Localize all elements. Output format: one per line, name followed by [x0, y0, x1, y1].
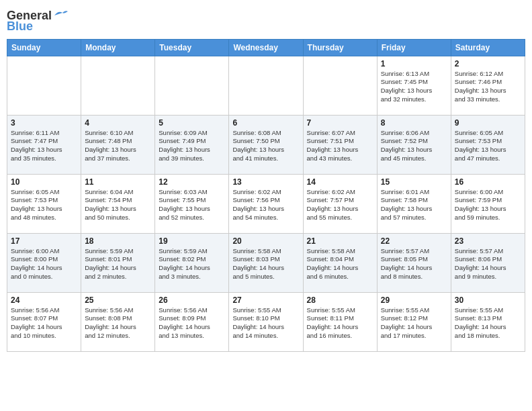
week-row-3: 10Sunrise: 6:05 AM Sunset: 7:53 PM Dayli… — [7, 174, 525, 233]
day-info: Sunrise: 6:09 AM Sunset: 7:49 PM Dayligh… — [159, 129, 225, 163]
day-info: Sunrise: 5:55 AM Sunset: 8:13 PM Dayligh… — [455, 306, 521, 340]
empty-cell — [229, 56, 303, 115]
day-number: 9 — [455, 118, 521, 128]
day-info: Sunrise: 6:00 AM Sunset: 7:59 PM Dayligh… — [455, 188, 521, 222]
day-number: 21 — [307, 236, 373, 246]
day-info: Sunrise: 6:03 AM Sunset: 7:55 PM Dayligh… — [159, 188, 225, 222]
day-info: Sunrise: 6:05 AM Sunset: 7:53 PM Dayligh… — [11, 188, 77, 222]
calendar-table: SundayMondayTuesdayWednesdayThursdayFrid… — [7, 39, 525, 352]
day-number: 14 — [307, 177, 373, 187]
calendar-header: SundayMondayTuesdayWednesdayThursdayFrid… — [7, 39, 525, 56]
day-number: 5 — [159, 118, 225, 128]
day-info: Sunrise: 6:10 AM Sunset: 7:48 PM Dayligh… — [85, 129, 151, 163]
day-number: 12 — [159, 177, 225, 187]
header-row: SundayMondayTuesdayWednesdayThursdayFrid… — [7, 39, 525, 56]
day-info: Sunrise: 5:59 AM Sunset: 8:01 PM Dayligh… — [85, 247, 151, 281]
day-number: 4 — [85, 118, 151, 128]
day-cell-30: 30Sunrise: 5:55 AM Sunset: 8:13 PM Dayli… — [451, 292, 525, 351]
day-info: Sunrise: 6:06 AM Sunset: 7:52 PM Dayligh… — [381, 129, 447, 163]
header-cell-saturday: Saturday — [451, 39, 525, 56]
day-number: 3 — [11, 118, 77, 128]
day-cell-3: 3Sunrise: 6:11 AM Sunset: 7:47 PM Daylig… — [7, 115, 81, 174]
day-number: 26 — [159, 295, 225, 305]
day-info: Sunrise: 5:56 AM Sunset: 8:08 PM Dayligh… — [85, 306, 151, 340]
empty-cell — [7, 56, 81, 115]
header-cell-wednesday: Wednesday — [229, 39, 303, 56]
day-info: Sunrise: 6:07 AM Sunset: 7:51 PM Dayligh… — [307, 129, 373, 163]
day-info: Sunrise: 6:11 AM Sunset: 7:47 PM Dayligh… — [11, 129, 77, 163]
week-row-1: 1Sunrise: 6:13 AM Sunset: 7:45 PM Daylig… — [7, 56, 525, 115]
day-cell-29: 29Sunrise: 5:55 AM Sunset: 8:12 PM Dayli… — [377, 292, 451, 351]
day-number: 6 — [232, 118, 299, 128]
day-number: 8 — [381, 118, 447, 128]
logo-blue-text: Blue — [7, 20, 33, 34]
day-info: Sunrise: 6:05 AM Sunset: 7:53 PM Dayligh… — [455, 129, 521, 163]
header-cell-monday: Monday — [81, 39, 155, 56]
day-info: Sunrise: 6:01 AM Sunset: 7:58 PM Dayligh… — [381, 188, 447, 222]
day-cell-15: 15Sunrise: 6:01 AM Sunset: 7:58 PM Dayli… — [377, 174, 451, 233]
day-cell-5: 5Sunrise: 6:09 AM Sunset: 7:49 PM Daylig… — [155, 115, 229, 174]
day-cell-28: 28Sunrise: 5:55 AM Sunset: 8:11 PM Dayli… — [303, 292, 377, 351]
empty-cell — [303, 56, 377, 115]
day-number: 30 — [455, 295, 521, 305]
day-cell-7: 7Sunrise: 6:07 AM Sunset: 7:51 PM Daylig… — [303, 115, 377, 174]
day-number: 13 — [232, 177, 299, 187]
day-cell-14: 14Sunrise: 6:02 AM Sunset: 7:57 PM Dayli… — [303, 174, 377, 233]
week-row-4: 17Sunrise: 6:00 AM Sunset: 8:00 PM Dayli… — [7, 233, 525, 292]
day-info: Sunrise: 6:04 AM Sunset: 7:54 PM Dayligh… — [85, 188, 151, 222]
day-number: 24 — [11, 295, 77, 305]
day-cell-22: 22Sunrise: 5:57 AM Sunset: 8:05 PM Dayli… — [377, 233, 451, 292]
empty-cell — [155, 56, 229, 115]
day-cell-24: 24Sunrise: 5:56 AM Sunset: 8:07 PM Dayli… — [7, 292, 81, 351]
day-info: Sunrise: 6:08 AM Sunset: 7:50 PM Dayligh… — [232, 129, 299, 163]
logo: General Blue — [7, 7, 68, 34]
day-number: 19 — [159, 236, 225, 246]
day-number: 28 — [307, 295, 373, 305]
day-cell-6: 6Sunrise: 6:08 AM Sunset: 7:50 PM Daylig… — [229, 115, 303, 174]
header-cell-tuesday: Tuesday — [155, 39, 229, 56]
day-info: Sunrise: 6:13 AM Sunset: 7:45 PM Dayligh… — [381, 70, 447, 104]
day-number: 20 — [232, 236, 299, 246]
day-info: Sunrise: 5:59 AM Sunset: 8:02 PM Dayligh… — [159, 247, 225, 281]
day-info: Sunrise: 5:58 AM Sunset: 8:04 PM Dayligh… — [307, 247, 373, 281]
week-row-5: 24Sunrise: 5:56 AM Sunset: 8:07 PM Dayli… — [7, 292, 525, 351]
day-number: 10 — [11, 177, 77, 187]
day-number: 17 — [11, 236, 77, 246]
day-cell-18: 18Sunrise: 5:59 AM Sunset: 8:01 PM Dayli… — [81, 233, 155, 292]
day-info: Sunrise: 5:56 AM Sunset: 8:09 PM Dayligh… — [159, 306, 225, 340]
day-info: Sunrise: 6:02 AM Sunset: 7:57 PM Dayligh… — [307, 188, 373, 222]
day-number: 27 — [232, 295, 299, 305]
day-cell-23: 23Sunrise: 5:57 AM Sunset: 8:06 PM Dayli… — [451, 233, 525, 292]
day-info: Sunrise: 6:12 AM Sunset: 7:46 PM Dayligh… — [455, 70, 521, 104]
header-cell-sunday: Sunday — [7, 39, 81, 56]
day-cell-2: 2Sunrise: 6:12 AM Sunset: 7:46 PM Daylig… — [451, 56, 525, 115]
day-cell-25: 25Sunrise: 5:56 AM Sunset: 8:08 PM Dayli… — [81, 292, 155, 351]
day-cell-11: 11Sunrise: 6:04 AM Sunset: 7:54 PM Dayli… — [81, 174, 155, 233]
day-cell-17: 17Sunrise: 6:00 AM Sunset: 8:00 PM Dayli… — [7, 233, 81, 292]
day-cell-9: 9Sunrise: 6:05 AM Sunset: 7:53 PM Daylig… — [451, 115, 525, 174]
day-cell-1: 1Sunrise: 6:13 AM Sunset: 7:45 PM Daylig… — [377, 56, 451, 115]
day-number: 2 — [455, 59, 521, 68]
day-number: 7 — [307, 118, 373, 128]
day-cell-8: 8Sunrise: 6:06 AM Sunset: 7:52 PM Daylig… — [377, 115, 451, 174]
day-number: 25 — [85, 295, 151, 305]
day-info: Sunrise: 5:56 AM Sunset: 8:07 PM Dayligh… — [11, 306, 77, 340]
header-cell-thursday: Thursday — [303, 39, 377, 56]
day-number: 29 — [381, 295, 447, 305]
day-cell-16: 16Sunrise: 6:00 AM Sunset: 7:59 PM Dayli… — [451, 174, 525, 233]
day-info: Sunrise: 5:57 AM Sunset: 8:05 PM Dayligh… — [381, 247, 447, 281]
day-cell-27: 27Sunrise: 5:55 AM Sunset: 8:10 PM Dayli… — [229, 292, 303, 351]
calendar-body: 1Sunrise: 6:13 AM Sunset: 7:45 PM Daylig… — [7, 56, 525, 351]
day-cell-19: 19Sunrise: 5:59 AM Sunset: 8:02 PM Dayli… — [155, 233, 229, 292]
day-cell-20: 20Sunrise: 5:58 AM Sunset: 8:03 PM Dayli… — [229, 233, 303, 292]
day-number: 1 — [381, 59, 447, 68]
day-info: Sunrise: 5:55 AM Sunset: 8:12 PM Dayligh… — [381, 306, 447, 340]
day-cell-13: 13Sunrise: 6:02 AM Sunset: 7:56 PM Dayli… — [229, 174, 303, 233]
day-number: 22 — [381, 236, 447, 246]
day-cell-21: 21Sunrise: 5:58 AM Sunset: 8:04 PM Dayli… — [303, 233, 377, 292]
page-header: General Blue — [7, 7, 525, 34]
day-info: Sunrise: 6:00 AM Sunset: 8:00 PM Dayligh… — [11, 247, 77, 281]
empty-cell — [81, 56, 155, 115]
week-row-2: 3Sunrise: 6:11 AM Sunset: 7:47 PM Daylig… — [7, 115, 525, 174]
day-cell-26: 26Sunrise: 5:56 AM Sunset: 8:09 PM Dayli… — [155, 292, 229, 351]
